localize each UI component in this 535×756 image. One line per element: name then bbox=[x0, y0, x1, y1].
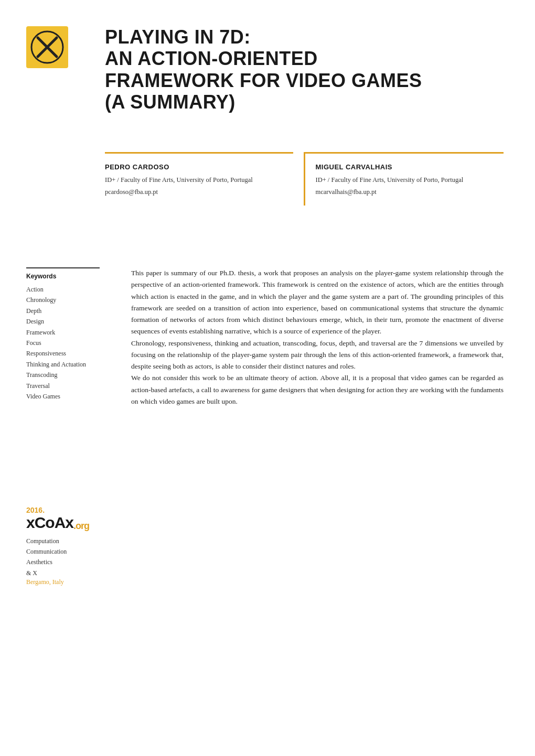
keyword-item: Focus bbox=[26, 338, 100, 348]
author-card-1: PEDRO CARDOSO ID+ / Faculty of Fine Arts… bbox=[105, 152, 293, 206]
abstract-paragraph: This paper is summary of our Ph.D. thesi… bbox=[131, 267, 504, 338]
keyword-item: Depth bbox=[26, 306, 100, 316]
xcoax-line: Aesthetics bbox=[26, 557, 100, 567]
xcoax-line: Communication bbox=[26, 546, 100, 557]
abstract-paragraph: Chronology, responsiveness, thinking and… bbox=[131, 338, 504, 373]
keyword-item: Framework bbox=[26, 327, 100, 338]
title-line2: AN ACTION-ORIENTED bbox=[105, 48, 318, 69]
xcoax-description: ComputationCommunicationAesthetics& X bbox=[26, 536, 100, 579]
title-line4: (A SUMMARY) bbox=[105, 91, 236, 113]
title-area: PLAYING IN 7D: AN ACTION-ORIENTED FRAMEW… bbox=[105, 26, 504, 113]
xcoax-line: & X bbox=[26, 568, 100, 578]
authors-section: PEDRO CARDOSO ID+ / Faculty of Fine Arts… bbox=[105, 152, 504, 206]
keywords-list: ActionChronologyDepthDesignFrameworkFocu… bbox=[26, 284, 100, 402]
author-name-2: MIGUEL CARVALHAIS bbox=[316, 163, 494, 171]
keyword-item: Traversal bbox=[26, 381, 100, 391]
page-container: PLAYING IN 7D: AN ACTION-ORIENTED FRAMEW… bbox=[0, 0, 535, 756]
xcoax-line: Computation bbox=[26, 536, 100, 546]
keyword-item: Responsiveness bbox=[26, 348, 100, 359]
abstract-text: This paper is summary of our Ph.D. thesi… bbox=[131, 267, 504, 407]
author-name-1: PEDRO CARDOSO bbox=[105, 163, 283, 171]
keyword-item: Design bbox=[26, 316, 100, 327]
author-email-1: pcardoso@fba.up.pt bbox=[105, 188, 283, 196]
keywords-section: Keywords ActionChronologyDepthDesignFram… bbox=[26, 267, 100, 402]
xcoax-org: .org bbox=[73, 521, 89, 531]
keyword-item: Thinking and Actuation bbox=[26, 359, 100, 370]
xcoax-area: 2016. xCoAx.org ComputationCommunication… bbox=[26, 506, 100, 586]
keywords-label: Keywords bbox=[26, 273, 100, 280]
author-card-2: MIGUEL CARVALHAIS ID+ / Faculty of Fine … bbox=[304, 152, 504, 206]
xcoax-location: Bergamo, Italy bbox=[26, 578, 100, 586]
keyword-item: Transcoding bbox=[26, 370, 100, 380]
title-line3: FRAMEWORK FOR VIDEO GAMES bbox=[105, 70, 422, 91]
xcoax-name: xCoAx bbox=[26, 514, 73, 531]
keyword-item: Video Games bbox=[26, 391, 100, 402]
logo-area bbox=[26, 26, 73, 73]
abstract-paragraph: We do not consider this work to be an ul… bbox=[131, 372, 504, 407]
title-line1: PLAYING IN 7D: bbox=[105, 26, 251, 48]
author-email-2: mcarvalhais@fba.up.pt bbox=[316, 188, 494, 196]
author-affiliation-2: ID+ / Faculty of Fine Arts, University o… bbox=[316, 175, 494, 185]
xcoax-logo-text: xCoAx.org bbox=[26, 515, 100, 531]
keyword-item: Action bbox=[26, 284, 100, 295]
left-sidebar: Keywords ActionChronologyDepthDesignFram… bbox=[26, 267, 100, 586]
main-title: PLAYING IN 7D: AN ACTION-ORIENTED FRAMEW… bbox=[105, 26, 504, 113]
main-content: This paper is summary of our Ph.D. thesi… bbox=[131, 267, 504, 407]
logo-icon bbox=[26, 26, 68, 68]
author-affiliation-1: ID+ / Faculty of Fine Arts, University o… bbox=[105, 175, 283, 185]
keyword-item: Chronology bbox=[26, 295, 100, 305]
